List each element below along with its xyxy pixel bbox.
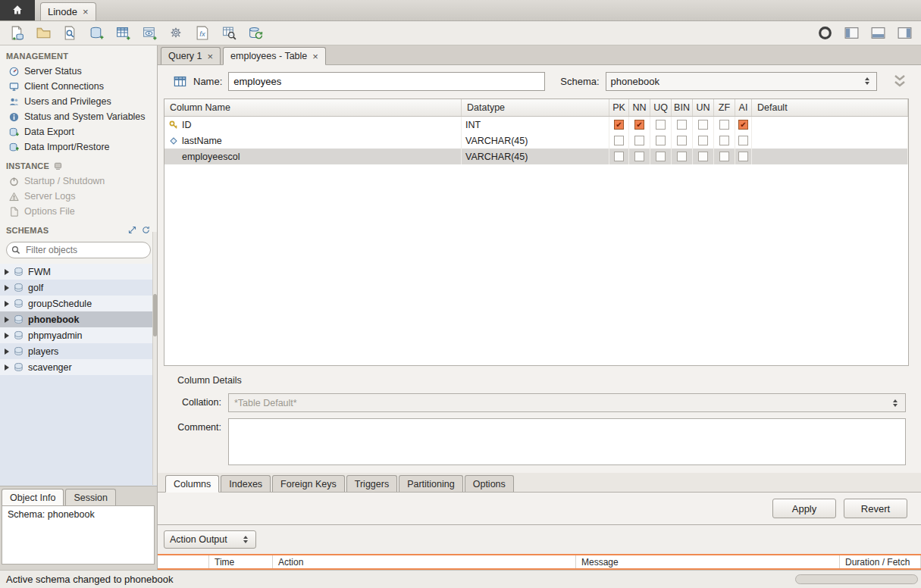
sidebar-item-data-import-restore[interactable]: Data Import/Restore [0, 139, 157, 155]
tab-indexes[interactable]: Indexes [221, 475, 271, 492]
sidebar-scrollbar[interactable] [152, 232, 157, 485]
checkbox-un[interactable] [698, 136, 708, 145]
expand-arrow-icon[interactable] [5, 349, 9, 355]
column-datatype: VARCHAR(45) [465, 152, 528, 162]
connection-tab-linode[interactable]: Linode × [40, 2, 96, 20]
create-view-button[interactable] [137, 23, 161, 43]
tab-partitioning[interactable]: Partitioning [399, 475, 463, 492]
checkbox-bin[interactable] [677, 136, 687, 145]
grid-body: IDINT✔✔✔lastNameVARCHAR(45)employeescolV… [164, 117, 908, 365]
tab-options[interactable]: Options [465, 475, 514, 492]
toggle-output-area-button[interactable] [866, 23, 890, 43]
checkbox-zf[interactable] [719, 136, 729, 145]
schema-filter-input[interactable] [6, 242, 151, 258]
home-tab-button[interactable] [0, 0, 35, 20]
schema-item-groupschedule[interactable]: groupSchedule [0, 296, 157, 311]
checkbox-nn[interactable] [634, 136, 644, 145]
checkbox-pk[interactable] [614, 152, 624, 161]
sidebar-item-startup-shutdown[interactable]: Startup / Shutdown [0, 174, 157, 189]
collapse-editor-button[interactable] [891, 74, 909, 89]
sidebar-item-status-and-system-variables[interactable]: Status and System Variables [0, 109, 157, 124]
schema-item-scavenger[interactable]: scavenger [0, 359, 157, 375]
expand-panels-icon[interactable] [127, 225, 137, 235]
apply-button[interactable]: Apply [772, 499, 836, 518]
tab-triggers[interactable]: Triggers [346, 475, 397, 492]
sidebar-item-server-logs[interactable]: Server Logs [0, 189, 157, 204]
schema-item-fwm[interactable]: FWM [0, 264, 157, 280]
expand-arrow-icon[interactable] [5, 301, 9, 307]
checkbox-un[interactable] [698, 120, 708, 130]
close-icon[interactable]: × [312, 52, 318, 61]
schema-item-phpmyadmin[interactable]: phpmyadmin [0, 327, 157, 343]
open-sql-script-button[interactable] [31, 23, 55, 43]
client-connections-icon [8, 81, 20, 92]
column-row-id[interactable]: IDINT✔✔✔ [164, 117, 908, 133]
scrollbar-thumb[interactable] [153, 294, 157, 336]
create-table-icon [115, 25, 131, 41]
create-table-button[interactable] [111, 23, 135, 43]
checkbox-ai[interactable]: ✔ [738, 120, 748, 130]
expand-arrow-icon[interactable] [5, 285, 9, 291]
checkbox-zf[interactable] [719, 152, 729, 161]
checkbox-ai[interactable] [738, 152, 748, 161]
revert-button[interactable]: Revert [844, 499, 907, 518]
table-name-input[interactable] [228, 72, 545, 91]
tab-foreign-keys[interactable]: Foreign Keys [272, 475, 345, 492]
expand-arrow-icon[interactable] [5, 333, 9, 339]
connection-status-button[interactable] [813, 23, 837, 43]
sidebar-item-client-connections[interactable]: Client Connections [0, 79, 157, 94]
horizontal-scrollbar[interactable] [795, 574, 918, 584]
expand-arrow-icon[interactable] [5, 317, 9, 323]
expand-arrow-icon[interactable] [5, 269, 9, 275]
checkbox-uq[interactable] [656, 120, 666, 130]
toggle-left-sidebar-button[interactable] [839, 23, 863, 43]
toggle-right-sidebar-button[interactable] [892, 23, 916, 43]
expand-arrow-icon[interactable] [5, 364, 9, 371]
checkbox-zf[interactable] [719, 120, 729, 130]
tab-employees-table[interactable]: employees - Table× [223, 47, 326, 65]
comment-textarea[interactable] [228, 418, 906, 465]
checkbox-bin[interactable] [677, 120, 687, 130]
data-import-icon [8, 142, 20, 153]
columns-grid: Column NameDatatypePKNNUQBINUNZFAIDefaul… [164, 99, 909, 366]
schema-item-players[interactable]: players [0, 343, 157, 359]
reconnect-dbms-button[interactable] [243, 23, 268, 43]
sidebar-item-server-status[interactable]: Server Status [0, 64, 157, 79]
table-editor-header: Name: Schema: phonebook [158, 65, 921, 97]
data-export-icon [8, 127, 20, 138]
checkbox-bin[interactable] [677, 152, 687, 161]
tab-object-info[interactable]: Object Info [2, 489, 64, 505]
checkbox-nn[interactable] [634, 152, 644, 161]
create-function-button[interactable]: fx [190, 23, 215, 43]
column-row-employeescol[interactable]: employeescolVARCHAR(45) [164, 149, 908, 164]
collation-dropdown[interactable]: *Table Default* [228, 393, 906, 412]
column-row-lastname[interactable]: lastNameVARCHAR(45) [164, 133, 908, 149]
server-logs-icon [8, 191, 20, 202]
search-table-data-button[interactable] [217, 23, 241, 43]
checkbox-pk[interactable]: ✔ [614, 120, 624, 130]
tab-columns[interactable]: Columns [165, 475, 219, 493]
create-procedure-button[interactable] [164, 23, 188, 43]
schema-item-phonebook[interactable]: phonebook [0, 311, 157, 327]
checkbox-pk[interactable] [614, 136, 624, 145]
sidebar-item-users-and-privileges[interactable]: Users and Privileges [0, 94, 157, 109]
checkbox-uq[interactable] [656, 152, 666, 161]
sidebar-item-options-file[interactable]: Options File [0, 204, 157, 219]
output-selector-dropdown[interactable]: Action Output [164, 530, 256, 549]
checkbox-un[interactable] [698, 152, 708, 161]
tab-session[interactable]: Session [65, 489, 115, 505]
checkbox-uq[interactable] [656, 136, 666, 145]
close-icon[interactable]: × [83, 7, 89, 17]
tab-query-1[interactable]: Query 1× [161, 47, 221, 64]
create-procedure-icon [168, 25, 184, 41]
checkbox-ai[interactable] [738, 136, 748, 145]
sidebar-item-data-export[interactable]: Data Export [0, 124, 157, 139]
schema-item-golf[interactable]: golf [0, 280, 157, 296]
checkbox-nn[interactable]: ✔ [634, 120, 644, 130]
close-icon[interactable]: × [207, 52, 213, 61]
schema-combobox[interactable]: phonebook [606, 72, 877, 91]
new-query-tab-button[interactable] [5, 23, 29, 43]
open-inspector-button[interactable] [58, 23, 82, 43]
refresh-schemas-icon[interactable] [141, 225, 151, 235]
create-schema-button[interactable] [84, 23, 108, 43]
